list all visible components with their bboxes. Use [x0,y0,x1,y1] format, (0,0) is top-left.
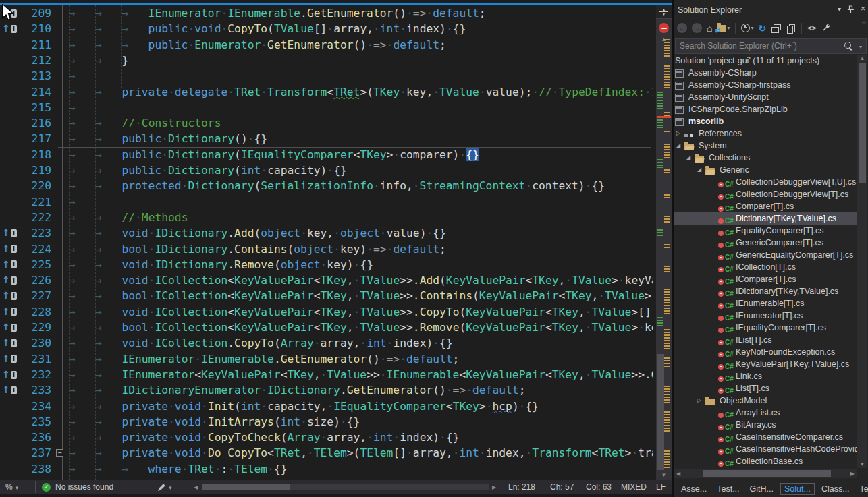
code-line[interactable]: ↑I228→→void·ICollection<KeyValuePair<TKe… [0,304,653,320]
collapse-arrow-icon[interactable]: ◢ [676,140,680,152]
implements-member-icon[interactable]: ↑I [2,304,17,320]
code-text[interactable]: →→→IEnumerator·IEnumerable.GetEnumerator… [69,5,486,21]
implements-member-icon[interactable]: ↑I [2,351,17,367]
code-line[interactable]: 238→→→where·TRet·:·TElem·{} [0,461,653,477]
implements-member-icon[interactable]: ↑I [2,288,17,303]
code-text[interactable]: → [69,100,95,115]
line-number[interactable]: 213 [16,68,51,84]
code-line[interactable]: 237−→→private·void·Do_CopyTo<TRet,·TElem… [0,445,653,461]
code-line[interactable]: ↑I224→→bool·IDictionary.Contains(object·… [0,241,653,257]
tree-item[interactable]: ICSharpCode.SharpZipLib [674,103,857,115]
tree-item[interactable]: ◢System [674,140,857,152]
line-number[interactable]: 222 [16,210,51,225]
tree-item[interactable]: C#IEnumerable[T].cs [674,297,857,310]
tree-item[interactable]: C#CollectionBase.cs [674,455,857,467]
code-line[interactable]: ↑I227→→bool·ICollection<KeyValuePair<TKe… [0,288,653,303]
code-line[interactable]: ↑I229→→bool·ICollection<KeyValuePair<TKe… [0,320,653,335]
issues-indicator[interactable]: ✓ No issues found [42,482,113,492]
implements-member-icon[interactable]: ↑I [2,335,17,351]
scroll-left-icon[interactable]: ◀ [194,484,198,490]
close-icon[interactable]: × [861,0,865,18]
code-text[interactable]: →→//·Methods [69,210,188,225]
line-number[interactable]: 231 [16,351,51,367]
tree-item[interactable]: C#ICollection[T].cs [674,261,857,273]
code-text[interactable]: →→IEnumerator<KeyValuePair<TKey,·TValue>… [69,367,653,382]
navigate-forward-button[interactable]: → [692,23,702,33]
line-number[interactable]: 210 [16,21,51,36]
code-text[interactable]: →→protected·Dictionary(SerializationInfo… [69,178,605,194]
line-number[interactable]: 235 [16,414,51,430]
implements-member-icon[interactable]: ↑I [2,257,17,272]
scroll-down-icon[interactable]: ▼ [857,461,867,467]
code-text[interactable]: →→bool·ICollection<KeyValuePair<TKey,·TV… [69,288,651,303]
scroll-right-icon[interactable]: ▶ [850,471,855,477]
code-text[interactable]: →→IEnumerator·IEnumerable.GetEnumerator(… [69,351,459,367]
tree-item[interactable]: C#Comparer[T].cs [674,200,857,212]
code-text[interactable]: →→} [69,53,128,68]
home-button[interactable]: ⌂ [707,23,712,34]
tree-item[interactable]: ▷References [674,127,857,140]
code-text[interactable]: →→private·void·CopyToCheck(Array·array,·… [69,430,459,445]
line-number[interactable]: 224 [16,241,51,257]
implements-member-icon[interactable]: ↑I [2,320,17,335]
collapse-arrow-icon[interactable]: ◢ [686,152,690,164]
line-number[interactable]: 226 [16,272,51,288]
line-number[interactable]: 232 [16,367,51,382]
solution-explorer-titlebar[interactable]: Solution Explorer ▾ × [674,0,868,18]
code-line[interactable]: 234→→private·void·Init(int·capacity,·IEq… [0,399,653,414]
tree-item[interactable]: C#GenericComparer[T].cs [674,237,857,249]
formatting-button[interactable]: ▾ [157,482,172,492]
vertical-scroll-thumb[interactable] [657,354,664,470]
code-text[interactable]: → [69,68,95,84]
code-text[interactable]: →→bool·IDictionary.Contains(object·key)·… [69,241,446,257]
line-number[interactable]: 236 [16,430,51,445]
code-line[interactable]: 215→ [0,100,653,115]
line-number[interactable]: 219 [16,163,51,178]
code-line[interactable]: ↑I226→→void·ICollection<KeyValuePair<TKe… [0,272,653,288]
line-number[interactable]: 217 [16,131,51,146]
line-number[interactable]: 223 [16,225,51,241]
code-line[interactable]: ↑I232→→IEnumerator<KeyValuePair<TKey,·TV… [0,367,653,382]
code-text[interactable]: →→private·static·KeyValuePair<TKey,·TVal… [69,477,651,480]
code-text[interactable]: →→IDictionaryEnumerator·IDictionary.GetE… [69,382,525,398]
code-text[interactable]: →→//·Constructors [69,115,221,131]
line-number[interactable]: 233 [16,382,51,398]
pin-icon[interactable] [847,5,855,13]
tree-item[interactable]: C#GenericEqualityComparer[T].cs [674,249,857,261]
navigate-back-button[interactable]: ← [677,23,687,33]
code-line[interactable]: 219→→public·Dictionary(int·capacity)·{} [0,163,653,178]
collapse-all-button[interactable] [771,24,781,33]
tree-horizontal-scrollbar[interactable]: ◀ ▶ [674,469,857,478]
zoom-control[interactable]: %▾ [5,482,18,492]
refresh-button[interactable]: ↻ [759,23,767,34]
tree-item[interactable]: C#List[T].cs [674,382,857,394]
tree-item[interactable]: C#KeyValuePair[TKey,TValue].cs [674,358,857,370]
tool-window-tab[interactable]: Test... [713,484,742,494]
code-line[interactable]: 214→→private·delegate·TRet·Transform<TRe… [0,84,653,100]
code-text[interactable]: →→→public·void·CopyTo(TValue[]·array,·in… [69,21,466,36]
toolbar-overflow-icon[interactable]: ›› [862,19,866,26]
tree-item[interactable]: Assembly-CSharp-firstpass [674,79,857,91]
tree-item[interactable]: C#IList[T].cs [674,334,857,346]
code-line[interactable]: 221→ [0,194,653,210]
search-input[interactable]: Search Solution Explorer (Ctrl+`) ▾ [675,38,867,54]
chevron-down-icon[interactable]: ▾ [859,44,862,50]
line-number[interactable]: 216 [16,115,51,131]
code-text[interactable]: →→void·ICollection<KeyValuePair<TKey,·TV… [69,272,653,288]
status-encoding[interactable]: MIXED [621,482,647,492]
split-editor-handle[interactable]: ▲▼ [656,5,672,19]
implements-member-icon[interactable]: ↑I [2,241,17,257]
code-text[interactable]: →→void·ICollection.CopyTo(Array·array,·i… [69,335,453,351]
tree-item[interactable]: C#IDictionary[TKey,TValue].cs [674,285,857,297]
code-text[interactable]: →→void·ICollection<KeyValuePair<TKey,·TV… [69,304,651,320]
code-line[interactable]: ↑I225→→void·IDictionary.Remove(object·ke… [0,257,653,272]
editor-horizontal-scrollbar[interactable] [202,484,489,490]
line-number[interactable]: 229 [16,320,51,335]
view-code-button[interactable]: <> [807,24,816,32]
code-text[interactable]: →→→where·TRet·:·TElem·{} [69,461,288,477]
line-number[interactable]: 211 [16,37,51,53]
code-text[interactable]: →→public·Dictionary()·{} [69,131,267,146]
code-editor[interactable]: ↑I209→→→IEnumerator·IEnumerable.GetEnume… [0,0,672,497]
scroll-right-icon[interactable]: ▶ [492,484,496,490]
tree-item[interactable]: C#IEnumerator[T].cs [674,310,857,322]
